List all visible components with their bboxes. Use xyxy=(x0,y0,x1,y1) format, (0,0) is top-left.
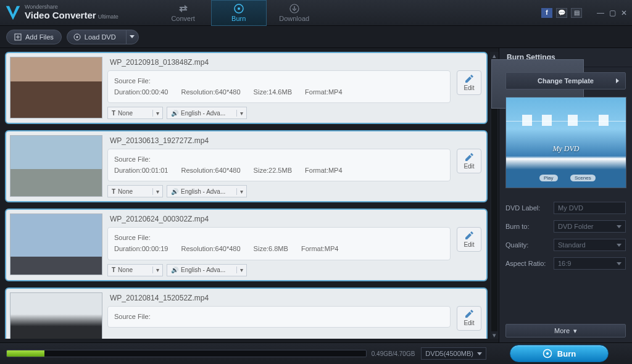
file-item[interactable]: WP_20120814_152052Z.mp4 Source File: Edi… xyxy=(5,287,488,339)
audio-value: English - Adva... xyxy=(181,267,225,273)
burn-button-label: Burn xyxy=(557,349,576,358)
video-thumbnail[interactable] xyxy=(10,213,102,275)
source-file-label: Source File: xyxy=(114,312,444,323)
quality-field: Quality: Standard xyxy=(505,239,626,251)
video-thumbnail[interactable] xyxy=(10,57,102,118)
more-button[interactable]: More ▾ xyxy=(505,324,626,337)
subtitle-value: None xyxy=(118,267,133,273)
edit-button[interactable]: Edit xyxy=(457,70,481,95)
convert-icon xyxy=(178,4,188,14)
edit-column: Edit xyxy=(455,213,483,276)
more-label: More xyxy=(554,327,570,334)
file-item[interactable]: WP_20120918_013848Z.mp4 Source File: Dur… xyxy=(5,52,488,124)
change-template-label: Change Template xyxy=(538,77,594,85)
file-item-body: WP_20120814_152052Z.mp4 Source File: xyxy=(107,292,451,339)
maximize-button[interactable]: ▢ xyxy=(609,9,616,17)
file-list: WP_20120918_013848Z.mp4 Source File: Dur… xyxy=(5,52,490,339)
burn-to-select[interactable]: DVD Folder xyxy=(554,220,626,233)
audio-select[interactable]: 🔊English - Adva... ▾ xyxy=(167,107,247,119)
close-button[interactable]: ✕ xyxy=(621,9,627,17)
app-brand: Wondershare Video Converter Ultimate xyxy=(25,4,118,20)
chevron-down-icon xyxy=(617,244,622,247)
edit-icon xyxy=(464,231,474,240)
dvd-preview[interactable]: My DVD Play Scenes xyxy=(505,97,626,188)
dvd-label-input[interactable]: My DVD xyxy=(554,202,626,214)
svg-point-7 xyxy=(546,352,549,355)
load-dvd-button[interactable]: Load DVD xyxy=(67,30,139,44)
disc-icon xyxy=(73,33,81,41)
edit-column: Edit xyxy=(455,292,483,339)
file-item[interactable]: WP_20120624_000302Z.mp4 Source File: Dur… xyxy=(5,209,488,281)
disc-type-select[interactable]: DVD5(4500MB) xyxy=(421,347,486,360)
speaker-icon: 🔊 xyxy=(171,188,178,195)
dvd-label-value: My DVD xyxy=(558,204,583,212)
tab-download[interactable]: Download xyxy=(267,0,322,26)
edit-label: Edit xyxy=(464,320,474,326)
feedback-icon[interactable]: 💬 xyxy=(556,8,567,18)
toolbar: Add Files Load DVD xyxy=(0,26,632,48)
speaker-icon: 🔊 xyxy=(171,110,178,117)
audio-select[interactable]: 🔊English - Adva... ▾ xyxy=(167,185,247,197)
edit-button[interactable]: Edit xyxy=(457,227,481,252)
scrollbar[interactable]: ▴ ▾ xyxy=(490,52,499,339)
video-thumbnail[interactable] xyxy=(10,292,102,339)
file-name: WP_20120814_152052Z.mp4 xyxy=(107,292,451,306)
size-text: Size:6.8MB xyxy=(254,245,288,252)
workspace: WP_20120918_013848Z.mp4 Source File: Dur… xyxy=(0,48,632,342)
preview-play-button[interactable]: Play xyxy=(539,175,558,181)
preview-scenes-button[interactable]: Scenes xyxy=(570,175,596,181)
settings-icon[interactable]: ▤ xyxy=(571,8,582,18)
quality-select[interactable]: Standard xyxy=(554,239,626,251)
file-item[interactable]: WP_20130613_192727Z.mp4 Source File: Dur… xyxy=(5,130,488,202)
aspect-ratio-select[interactable]: 16:9 xyxy=(554,257,626,270)
add-files-label: Add Files xyxy=(25,33,54,41)
window-controls: — ▢ ✕ xyxy=(597,9,627,17)
burn-button[interactable]: Burn xyxy=(510,345,609,362)
audio-select[interactable]: 🔊English - Adva... ▾ xyxy=(167,264,247,276)
file-meta-row: Duration:00:00:19 Resolution:640*480 Siz… xyxy=(114,244,444,255)
add-files-button[interactable]: Add Files xyxy=(6,30,62,44)
capacity-fill xyxy=(7,350,44,357)
facebook-icon[interactable]: f xyxy=(541,8,552,18)
track-dropdowns: T None ▾ 🔊English - Adva... ▾ xyxy=(107,107,451,119)
burn-to-label: Burn to: xyxy=(505,223,550,230)
subtitle-select[interactable]: T None ▾ xyxy=(107,264,163,276)
subtitle-select[interactable]: T None ▾ xyxy=(107,107,163,119)
video-thumbnail[interactable] xyxy=(10,135,102,197)
tab-convert[interactable]: Convert xyxy=(156,0,211,26)
burn-icon xyxy=(234,4,244,14)
track-dropdowns: T None ▾ 🔊English - Adva... ▾ xyxy=(107,185,451,197)
edit-button[interactable]: Edit xyxy=(457,149,481,173)
file-info: Source File: Duration:00:01:01 Resolutio… xyxy=(107,149,451,181)
tab-download-label: Download xyxy=(279,15,309,22)
file-info: Source File: xyxy=(107,306,451,328)
capacity-bar: 0.49GB/4.70GB xyxy=(6,350,415,357)
minimize-button[interactable]: — xyxy=(597,9,604,17)
scroll-down-arrow[interactable]: ▾ xyxy=(491,331,497,339)
svg-point-1 xyxy=(238,7,240,10)
burn-to-value: DVD Folder xyxy=(558,223,593,230)
quality-label: Quality: xyxy=(505,241,550,249)
size-text: Size:14.6MB xyxy=(254,88,292,96)
subtitle-select[interactable]: T None ▾ xyxy=(107,185,163,197)
tab-burn[interactable]: Burn xyxy=(211,0,267,26)
file-list-area: WP_20120918_013848Z.mp4 Source File: Dur… xyxy=(0,48,499,342)
scroll-up-arrow[interactable]: ▴ xyxy=(491,52,497,59)
aspect-ratio-field: Aspect Ratio: 16:9 xyxy=(505,257,626,270)
source-file-label: Source File: xyxy=(114,76,444,87)
dvd-label-field: DVD Label: My DVD xyxy=(505,202,626,214)
add-files-icon xyxy=(14,33,22,41)
capacity-progress xyxy=(6,350,367,357)
format-text: Format:MP4 xyxy=(301,245,339,252)
duration-text: Duration:00:01:01 xyxy=(114,167,168,174)
file-info: Source File: Duration:00:00:40 Resolutio… xyxy=(107,70,451,103)
load-dvd-dropdown[interactable] xyxy=(126,30,138,44)
chevron-down-icon: ▾ xyxy=(152,110,162,117)
edit-button[interactable]: Edit xyxy=(457,306,481,331)
quality-value: Standard xyxy=(558,241,586,249)
change-template-button[interactable]: Change Template xyxy=(505,72,626,89)
duration-text: Duration:00:00:40 xyxy=(114,88,168,96)
chevron-down-icon: ▾ xyxy=(236,110,246,117)
chevron-down-icon: ▾ xyxy=(236,267,246,273)
edit-icon xyxy=(464,153,474,162)
